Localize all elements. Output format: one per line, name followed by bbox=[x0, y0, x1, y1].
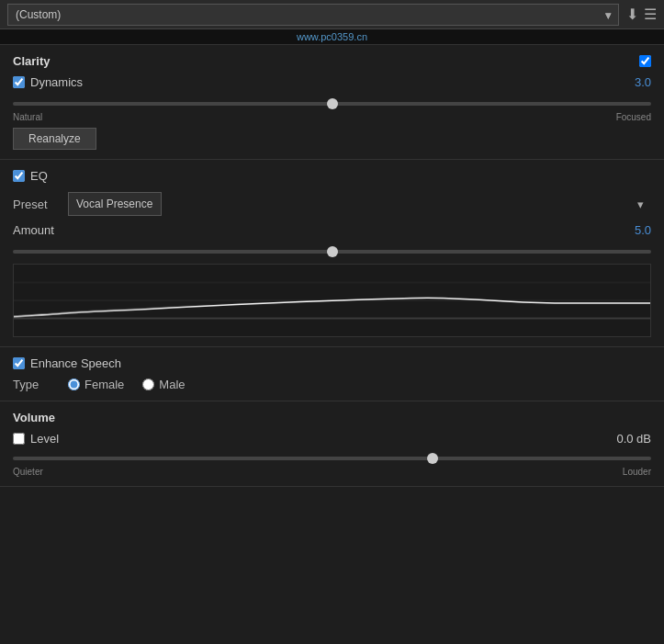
dynamics-slider[interactable] bbox=[13, 102, 651, 106]
female-radio[interactable] bbox=[68, 378, 80, 390]
menu-icon[interactable]: ☰ bbox=[644, 6, 657, 23]
volume-min-label: Quieter bbox=[13, 467, 43, 477]
volume-slider[interactable] bbox=[13, 457, 651, 460]
dynamics-value: 3.0 bbox=[635, 75, 651, 89]
dynamics-slider-container bbox=[13, 95, 651, 108]
volume-max-label: Louder bbox=[623, 467, 651, 477]
preset-row: Preset Vocal Presence bbox=[13, 192, 651, 216]
type-label: Type bbox=[13, 378, 50, 391]
dynamics-row: Dynamics 3.0 bbox=[13, 75, 651, 89]
preset-select[interactable]: (Custom) bbox=[7, 4, 619, 26]
dynamics-slider-labels: Natural Focused bbox=[13, 112, 651, 122]
female-option[interactable]: Female bbox=[68, 378, 124, 391]
female-label: Female bbox=[84, 378, 124, 391]
type-row: Type Female Male bbox=[13, 378, 651, 391]
level-row: Level 0.0 dB bbox=[13, 432, 651, 446]
volume-header: Volume bbox=[13, 411, 651, 424]
top-bar-icons: ⬇ ☰ bbox=[626, 6, 657, 23]
dynamics-label: Dynamics bbox=[30, 75, 83, 89]
eq-chart bbox=[13, 264, 651, 337]
dynamics-checkbox[interactable] bbox=[13, 76, 25, 88]
dynamics-checkbox-row: Dynamics bbox=[13, 75, 83, 89]
dynamics-min-label: Natural bbox=[13, 112, 42, 122]
dynamics-max-label: Focused bbox=[616, 112, 651, 122]
clarity-checkbox[interactable] bbox=[639, 55, 651, 67]
amount-label: Amount bbox=[13, 223, 54, 237]
preset-label: Preset bbox=[13, 198, 59, 211]
top-bar: (Custom) ▾ ⬇ ☰ bbox=[0, 0, 664, 29]
reanalyze-button[interactable]: Reanalyze bbox=[13, 128, 96, 150]
male-option[interactable]: Male bbox=[142, 378, 185, 391]
amount-slider[interactable] bbox=[13, 250, 651, 254]
enhance-speech-checkbox-row: Enhance Speech bbox=[13, 356, 651, 370]
clarity-header: Clarity bbox=[13, 54, 651, 68]
enhance-speech-checkbox[interactable] bbox=[13, 357, 25, 369]
clarity-section: Clarity Dynamics 3.0 Natural Focused Rea… bbox=[0, 45, 664, 160]
volume-section: Volume Level 0.0 dB Quieter Louder bbox=[0, 401, 664, 487]
preset-dropdown[interactable]: Vocal Presence bbox=[68, 192, 162, 216]
amount-row: Amount 5.0 bbox=[13, 223, 651, 237]
volume-slider-container bbox=[13, 449, 651, 463]
enhance-speech-label: Enhance Speech bbox=[30, 356, 121, 370]
level-checkbox-row: Level bbox=[13, 432, 59, 446]
eq-checkbox[interactable] bbox=[13, 170, 25, 182]
download-icon[interactable]: ⬇ bbox=[626, 6, 638, 23]
level-value: 0.0 dB bbox=[616, 432, 651, 446]
level-checkbox[interactable] bbox=[13, 433, 25, 445]
volume-title: Volume bbox=[13, 411, 55, 424]
clarity-title: Clarity bbox=[13, 54, 50, 68]
amount-value: 5.0 bbox=[635, 223, 651, 237]
male-label: Male bbox=[159, 378, 185, 391]
amount-slider-container bbox=[13, 243, 651, 256]
watermark: www.pc0359.cn bbox=[0, 29, 664, 45]
male-radio[interactable] bbox=[142, 378, 154, 390]
eq-checkbox-row: EQ bbox=[13, 169, 651, 183]
eq-canvas bbox=[14, 265, 650, 336]
preset-select-wrapper: Vocal Presence bbox=[68, 192, 651, 216]
eq-label: EQ bbox=[30, 169, 48, 183]
level-label: Level bbox=[30, 432, 59, 446]
enhance-speech-section: Enhance Speech Type Female Male bbox=[0, 347, 664, 401]
volume-slider-labels: Quieter Louder bbox=[13, 467, 651, 477]
eq-section: EQ Preset Vocal Presence Amount 5.0 bbox=[0, 160, 664, 347]
